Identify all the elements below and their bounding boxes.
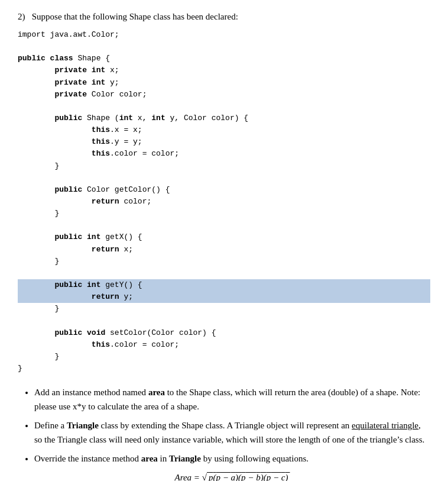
- blank-line: [18, 41, 430, 53]
- math-section: Area = √ p(p − a)(p − b)(p − c) where p …: [34, 469, 430, 481]
- bullet-triangle: Define a Triangle class by extending the…: [34, 418, 430, 447]
- bullet-area: Add an instance method named area to the…: [34, 385, 430, 414]
- bullet1-prefix: Add an instance method named: [34, 388, 148, 397]
- bullet3-suffix: by using following equations.: [201, 454, 309, 463]
- gety-close: }: [18, 303, 430, 315]
- this-y: this.y = y;: [18, 136, 430, 148]
- setcolor-sig: public void setColor(Color color) {: [18, 327, 430, 339]
- question-number: 2): [18, 12, 25, 21]
- getx-sig: public int getX() {: [18, 231, 430, 243]
- field-color: private Color color;: [18, 89, 430, 101]
- bullet2-bold: Triangle: [67, 421, 99, 430]
- getcolor-return: return color;: [18, 196, 430, 208]
- this-color: this.color = color;: [18, 148, 430, 160]
- blank-line6: [18, 315, 430, 327]
- getx-return: return x;: [18, 244, 430, 256]
- bullet2-suffix: class by extending the Shape class. A Tr…: [99, 421, 352, 430]
- bullet2-prefix: Define a: [34, 421, 67, 430]
- gety-sig: public int getY() {: [18, 279, 430, 291]
- gety-return: return y;: [18, 291, 430, 303]
- blank-line4: [18, 219, 430, 231]
- bullet3-bold2: Triangle: [169, 454, 201, 463]
- blank-line5: [18, 267, 430, 279]
- setcolor-close: }: [18, 351, 430, 363]
- bullet1-bold: area: [148, 388, 165, 397]
- bullet-list: Add an instance method named area to the…: [34, 385, 430, 481]
- bullet-override: Override the instance method area in Tri…: [34, 451, 430, 481]
- question-header: 2) Suppose that the following Shape clas…: [18, 12, 430, 22]
- getcolor-close: }: [18, 208, 430, 219]
- getcolor-sig: public Color getColor() {: [18, 184, 430, 196]
- bullet3-prefix: Override the instance method: [34, 454, 141, 463]
- class-line: public class Shape {: [18, 53, 430, 64]
- field-y: private int y;: [18, 77, 430, 89]
- math-line1: Area = √ p(p − a)(p − b)(p − c): [34, 469, 430, 481]
- constructor-sig: public Shape (int x, int y, Color color)…: [18, 112, 430, 124]
- code-block: import java.awt.Color; public class Shap…: [18, 29, 430, 375]
- class-close: }: [18, 363, 430, 375]
- blank-line3: [18, 172, 430, 184]
- bullet3-bold1: area: [141, 454, 158, 463]
- getx-close: }: [18, 256, 430, 267]
- bullet2-underline: equilateral triangle: [352, 421, 418, 430]
- question-intro: Suppose that the following Shape class h…: [32, 12, 238, 21]
- this-x: this.x = x;: [18, 124, 430, 136]
- setcolor-body: this.color = color;: [18, 339, 430, 351]
- bullet3-in: in: [158, 454, 169, 463]
- question-container: 2) Suppose that the following Shape clas…: [18, 12, 430, 481]
- blank-line2: [18, 101, 430, 112]
- field-x: private int x;: [18, 64, 430, 76]
- constructor-close: }: [18, 160, 430, 172]
- import-line: import java.awt.Color;: [18, 29, 430, 41]
